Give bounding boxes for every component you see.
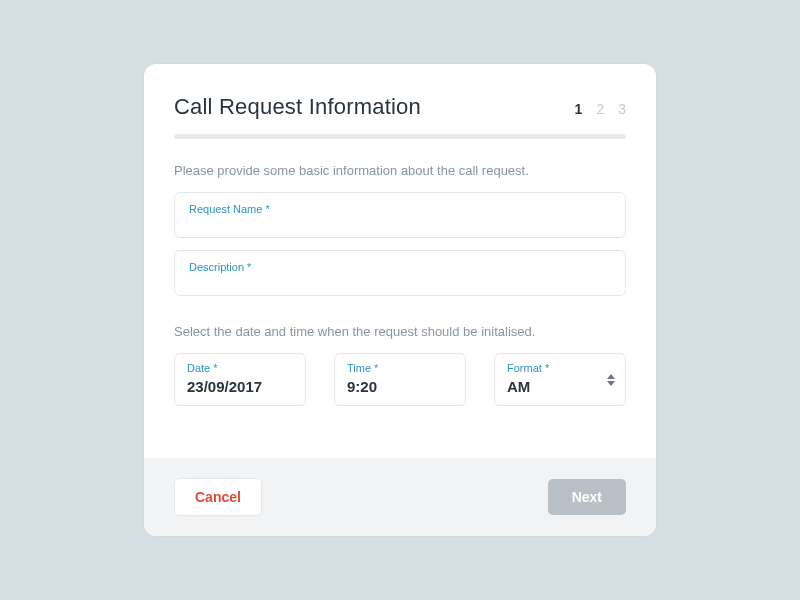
step-1: 1 [575, 101, 583, 117]
chevron-up-icon[interactable] [607, 374, 615, 379]
description-label: Description * [189, 261, 611, 273]
date-label: Date * [187, 362, 293, 374]
progress-bar [174, 134, 626, 139]
time-label: Time * [347, 362, 453, 374]
format-stepper[interactable] [607, 374, 615, 386]
modal-card: Call Request Information 1 2 3 Please pr… [144, 64, 656, 536]
chevron-down-icon[interactable] [607, 381, 615, 386]
card-body: Call Request Information 1 2 3 Please pr… [144, 64, 656, 458]
description-field[interactable]: Description * [174, 250, 626, 296]
datetime-row: Date * 23/09/2017 Time * 9:20 Format * A… [174, 353, 626, 406]
request-name-field[interactable]: Request Name * [174, 192, 626, 238]
step-3: 3 [618, 101, 626, 117]
next-button[interactable]: Next [548, 479, 626, 515]
format-value: AM [507, 378, 613, 395]
cancel-button[interactable]: Cancel [174, 478, 262, 516]
format-field[interactable]: Format * AM [494, 353, 626, 406]
datetime-intro: Select the date and time when the reques… [174, 324, 626, 339]
request-name-label: Request Name * [189, 203, 611, 215]
step-2: 2 [596, 101, 604, 117]
date-field[interactable]: Date * 23/09/2017 [174, 353, 306, 406]
step-indicator: 1 2 3 [575, 101, 626, 117]
header-row: Call Request Information 1 2 3 [174, 94, 626, 120]
time-field[interactable]: Time * 9:20 [334, 353, 466, 406]
intro-text: Please provide some basic information ab… [174, 163, 626, 178]
card-footer: Cancel Next [144, 458, 656, 536]
date-value: 23/09/2017 [187, 378, 293, 395]
time-value: 9:20 [347, 378, 453, 395]
format-label: Format * [507, 362, 613, 374]
page-title: Call Request Information [174, 94, 421, 120]
